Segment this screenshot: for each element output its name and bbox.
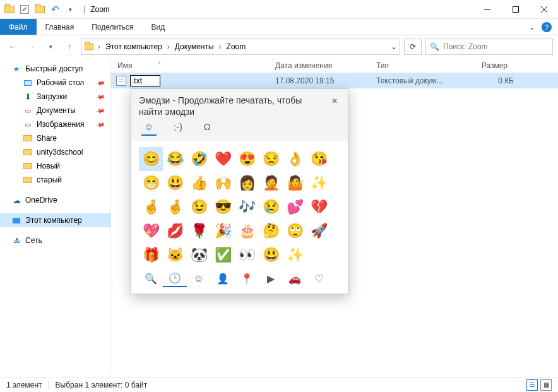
emoji-cell[interactable]: 💔 xyxy=(307,195,331,219)
close-button[interactable] xyxy=(530,0,558,19)
search-input[interactable]: 🔍 Поиск: Zoom xyxy=(425,39,553,55)
emoji-cell[interactable]: ✨ xyxy=(307,171,331,195)
emoji-cell[interactable]: 💋 xyxy=(163,219,187,243)
address-bar[interactable]: › Этот компьютер › Документы › Zoom ⌄ xyxy=(81,39,400,55)
sidebar-unity3dschool[interactable]: unity3dschool xyxy=(0,145,110,159)
emoji-cell[interactable]: 😍 xyxy=(235,147,259,171)
emoji-cat-smileys[interactable]: ☺ xyxy=(141,121,157,136)
chevron-right-icon[interactable]: › xyxy=(166,42,171,51)
sidebar-onedrive[interactable]: ☁ OneDrive xyxy=(0,193,110,207)
emoji-cell[interactable]: 🐱 xyxy=(163,243,187,267)
ribbon-expand-icon[interactable]: ⌄ xyxy=(529,23,535,32)
chevron-right-icon[interactable]: › xyxy=(218,42,223,51)
emoji-cell[interactable]: 👍 xyxy=(187,171,211,195)
sidebar-quick-access[interactable]: ★ Быстрый доступ xyxy=(0,62,110,76)
sidebar-desktop[interactable]: Рабочий стол 📌 xyxy=(0,76,110,90)
emoji-cell[interactable]: 🎁 xyxy=(139,243,163,267)
column-name[interactable]: Имя ˄ xyxy=(111,61,269,70)
emoji-cell[interactable]: 🎂 xyxy=(235,219,259,243)
tab-share[interactable]: Поделиться xyxy=(83,19,142,35)
breadcrumb-zoom[interactable]: Zoom xyxy=(225,42,247,51)
folder-icon-2[interactable] xyxy=(33,3,47,16)
chevron-right-icon[interactable]: › xyxy=(97,42,102,51)
emoji-cell[interactable]: 🐼 xyxy=(187,243,211,267)
undo-icon[interactable]: ↶ xyxy=(48,3,62,16)
emoji-cell[interactable]: 😢 xyxy=(259,195,283,219)
sidebar-old[interactable]: старый xyxy=(0,173,110,187)
up-button[interactable]: ↑ xyxy=(62,39,77,54)
emoji-cell[interactable]: 🙌 xyxy=(211,171,235,195)
emoji-cell[interactable]: 🤔 xyxy=(259,219,283,243)
emoji-cell[interactable] xyxy=(307,243,331,267)
qat-dropdown-icon[interactable]: ▾ xyxy=(63,3,77,16)
emoji-bottom-tab[interactable]: 🕒 xyxy=(163,272,187,287)
tab-file[interactable]: Файл xyxy=(0,19,37,35)
emoji-bottom-tab[interactable]: 🚗 xyxy=(283,272,307,287)
file-row[interactable]: 17.08.2020 19:15 Текстовый докум... 0 КБ xyxy=(111,73,558,88)
column-date[interactable]: Дата изменения xyxy=(269,61,370,70)
emoji-bottom-tab[interactable]: 👤 xyxy=(211,272,235,287)
breadcrumb-thispc[interactable]: Этот компьютер xyxy=(104,42,163,51)
emoji-cell[interactable]: 😒 xyxy=(259,147,283,171)
tab-home[interactable]: Главная xyxy=(37,19,83,35)
sidebar-share[interactable]: Share xyxy=(0,131,110,145)
emoji-cell[interactable]: 😘 xyxy=(307,147,331,171)
emoji-cell[interactable]: 💕 xyxy=(283,195,307,219)
help-icon[interactable]: ? xyxy=(542,22,552,32)
emoji-bottom-tab[interactable]: 🔍 xyxy=(139,272,163,287)
sidebar-downloads[interactable]: ⬇ Загрузки 📌 xyxy=(0,90,110,104)
emoji-bottom-tab[interactable]: ☺ xyxy=(187,272,211,287)
emoji-cell[interactable]: 🤣 xyxy=(187,147,211,171)
maximize-button[interactable] xyxy=(501,0,530,19)
emoji-cat-kaomoji[interactable]: ;-) xyxy=(170,121,186,136)
view-icons-button[interactable]: ▦ xyxy=(540,379,552,391)
emoji-bottom-tab[interactable]: ♡ xyxy=(307,272,331,287)
emoji-cell[interactable]: 🤷 xyxy=(283,171,307,195)
emoji-cell[interactable]: 🎉 xyxy=(211,219,235,243)
emoji-bottom-tab[interactable]: 📍 xyxy=(235,272,259,287)
emoji-cell[interactable]: 🤞 xyxy=(163,195,187,219)
emoji-cell[interactable]: ✅ xyxy=(211,243,235,267)
emoji-cell[interactable]: 🎶 xyxy=(235,195,259,219)
emoji-cell[interactable]: 🌹 xyxy=(187,219,211,243)
emoji-cell[interactable]: 😊 xyxy=(139,147,163,171)
tab-view[interactable]: Вид xyxy=(142,19,174,35)
history-dropdown[interactable]: ▾ xyxy=(43,39,58,54)
forward-button[interactable]: → xyxy=(24,39,39,54)
emoji-bottom-tab[interactable]: ▶ xyxy=(259,272,283,287)
emoji-cat-symbols[interactable]: Ω xyxy=(199,121,215,136)
emoji-cell[interactable]: 🚀 xyxy=(307,219,331,243)
emoji-cell[interactable]: 💖 xyxy=(139,219,163,243)
emoji-cell[interactable]: 😉 xyxy=(187,195,211,219)
emoji-cell[interactable]: 🤦 xyxy=(259,171,283,195)
emoji-cell[interactable]: ✨ xyxy=(283,243,307,267)
emoji-cell[interactable]: 😃 xyxy=(259,243,283,267)
emoji-cell[interactable]: 😃 xyxy=(163,171,187,195)
rename-input[interactable] xyxy=(130,75,160,86)
sidebar-documents[interactable]: ▭ Документы 📌 xyxy=(0,104,110,117)
back-button[interactable]: ← xyxy=(5,39,20,54)
folder-icon[interactable] xyxy=(3,3,16,16)
sidebar-new[interactable]: Новый xyxy=(0,159,110,173)
emoji-cell[interactable]: ❤️ xyxy=(211,147,235,171)
emoji-cell[interactable]: 😎 xyxy=(211,195,235,219)
properties-checkbox-icon[interactable]: ✔ xyxy=(18,3,32,16)
sidebar-network[interactable]: 🖧 Сеть xyxy=(0,234,110,247)
emoji-cell[interactable]: 🤞 xyxy=(139,195,163,219)
emoji-close-button[interactable]: ✕ xyxy=(329,95,340,107)
emoji-cell[interactable]: 🙄 xyxy=(283,219,307,243)
breadcrumb-documents[interactable]: Документы xyxy=(174,42,215,51)
column-type[interactable]: Тип xyxy=(370,61,458,70)
emoji-cell[interactable]: 😂 xyxy=(163,147,187,171)
sidebar-this-pc[interactable]: Этот компьютер xyxy=(0,213,110,227)
column-size[interactable]: Размер xyxy=(458,61,515,70)
emoji-cell[interactable]: 👌 xyxy=(283,147,307,171)
emoji-cell[interactable]: 👩 xyxy=(235,171,259,195)
refresh-button[interactable]: ⟳ xyxy=(404,39,422,55)
emoji-cell[interactable]: 👀 xyxy=(235,243,259,267)
view-details-button[interactable]: ☰ xyxy=(526,379,538,391)
address-dropdown-icon[interactable]: ⌄ xyxy=(391,42,397,51)
emoji-cell[interactable]: 😁 xyxy=(139,171,163,195)
sidebar-pictures[interactable]: ▭ Изображения 📌 xyxy=(0,117,110,131)
minimize-button[interactable] xyxy=(473,0,501,19)
